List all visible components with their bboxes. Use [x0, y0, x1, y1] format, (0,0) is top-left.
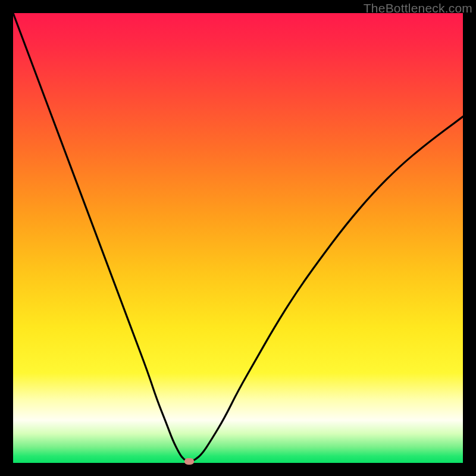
chart-svg [13, 13, 463, 463]
chart-background [13, 13, 463, 463]
optimal-point-marker [184, 458, 194, 465]
watermark-text: TheBottleneck.com [364, 1, 472, 15]
chart-frame [13, 13, 463, 463]
